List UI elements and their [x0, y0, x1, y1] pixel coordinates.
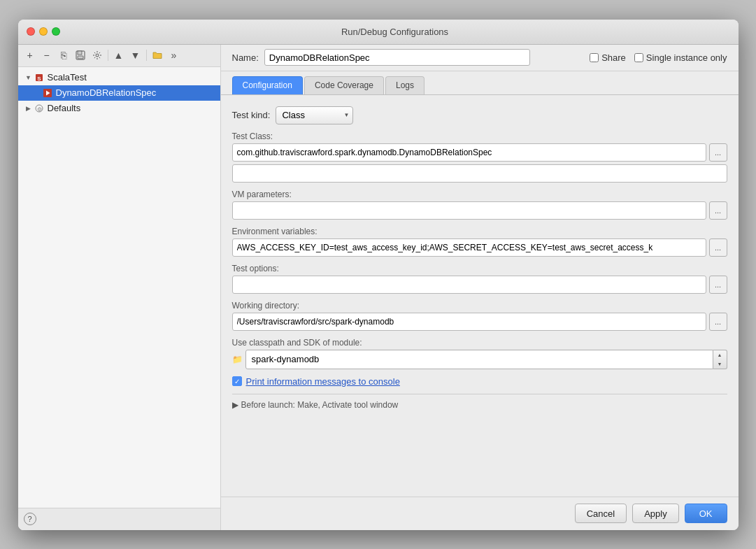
form-area: Test kind: Class Suite Package All in pa…: [221, 95, 739, 497]
titlebar: Run/Debug Configurations: [18, 20, 739, 45]
single-instance-checkbox-label: Single instance only: [634, 52, 727, 63]
test-class-browse-button[interactable]: ...: [709, 143, 727, 162]
sidebar: + − ⎘ ▲ ▼ »: [18, 45, 221, 530]
env-vars-label: Environment variables:: [232, 227, 727, 236]
working-dir-label: Working directory:: [232, 301, 727, 311]
print-checkbox[interactable]: ✓: [232, 376, 242, 386]
sidebar-item-label: Defaults: [48, 103, 81, 113]
sidebar-footer: ?: [18, 508, 220, 530]
before-launch-header[interactable]: ▶ Before launch: Make, Activate tool win…: [232, 400, 727, 410]
name-label: Name:: [232, 52, 259, 63]
move-up-button[interactable]: ▲: [111, 48, 127, 63]
module-row: 📁 ▲ ▼: [232, 350, 727, 369]
defaults-icon: ⚙: [34, 103, 45, 114]
test-kind-select[interactable]: Class Suite Package All in package: [276, 106, 353, 124]
add-button[interactable]: +: [22, 48, 38, 63]
test-class-row: Test Class: ...: [232, 131, 727, 183]
move-down-button[interactable]: ▼: [128, 48, 143, 63]
remove-button[interactable]: −: [39, 48, 55, 63]
test-class-second-input[interactable]: [232, 164, 727, 183]
sidebar-item-dynamodb[interactable]: DynamoDBRelationSpec: [18, 85, 220, 101]
svg-text:⚙: ⚙: [36, 106, 41, 112]
vm-params-input[interactable]: [232, 201, 706, 220]
test-options-browse-button[interactable]: ...: [709, 276, 727, 294]
share-checkbox-label: Share: [590, 52, 626, 63]
tab-configuration[interactable]: Configuration: [232, 76, 303, 94]
more-button[interactable]: »: [166, 48, 182, 63]
test-kind-select-wrapper: Class Suite Package All in package: [276, 106, 353, 124]
single-instance-checkbox[interactable]: [634, 53, 643, 62]
test-class-label: Test Class:: [232, 131, 727, 141]
module-input[interactable]: [245, 350, 713, 369]
toolbar-separator: [108, 50, 108, 61]
test-options-input-row: ...: [232, 276, 727, 294]
test-options-row: Test options: ...: [232, 264, 727, 294]
vm-params-browse-button[interactable]: ...: [709, 201, 727, 220]
svg-rect-1: [78, 51, 82, 55]
name-right: Share Single instance only: [590, 52, 727, 63]
test-options-label: Test options:: [232, 264, 727, 273]
traffic-lights: [27, 27, 60, 36]
before-launch-section: ▶ Before launch: Make, Activate tool win…: [232, 394, 727, 410]
test-kind-row: Test kind: Class Suite Package All in pa…: [232, 106, 727, 124]
config-panel: Name: Share Single instance only Configu…: [221, 45, 739, 530]
working-dir-input[interactable]: [232, 313, 706, 331]
sidebar-item-label: ScalaTest: [48, 72, 87, 83]
print-checkbox-row: ✓ Print information messages to console: [232, 376, 727, 387]
name-input[interactable]: [264, 49, 530, 66]
env-vars-row: Environment variables: ...: [232, 227, 727, 257]
window-title: Run/Debug Configurations: [60, 27, 730, 37]
help-button[interactable]: ?: [24, 513, 36, 525]
env-vars-input-row: ...: [232, 238, 727, 257]
single-instance-label: Single instance only: [646, 52, 727, 63]
env-vars-browse-button[interactable]: ...: [709, 238, 727, 257]
ok-button[interactable]: OK: [685, 504, 727, 523]
expand-arrow-defaults: ▶: [24, 104, 34, 113]
apply-button[interactable]: Apply: [632, 504, 679, 523]
classpath-label: Use classpath and SDK of module:: [232, 338, 727, 348]
working-dir-input-row: ...: [232, 313, 727, 331]
vm-params-label: VM parameters:: [232, 190, 727, 199]
sidebar-item-label: DynamoDBRelationSpec: [56, 87, 157, 98]
env-vars-input[interactable]: [232, 238, 706, 257]
sidebar-item-scalatest-group[interactable]: ▼ S ScalaTest: [18, 70, 220, 85]
maximize-button[interactable]: [52, 27, 60, 36]
tabs-bar: Configuration Code Coverage Logs: [221, 71, 739, 95]
svg-rect-2: [78, 56, 83, 59]
test-options-input[interactable]: [232, 276, 706, 294]
save-button[interactable]: [73, 48, 88, 63]
spinner-down[interactable]: ▼: [713, 359, 727, 369]
bottom-bar: Cancel Apply OK: [221, 497, 739, 530]
settings-button[interactable]: [90, 48, 105, 63]
share-checkbox[interactable]: [590, 53, 599, 62]
working-dir-browse-button[interactable]: ...: [709, 313, 727, 331]
module-folder-icon: 📁: [232, 355, 243, 364]
tab-logs[interactable]: Logs: [385, 76, 425, 94]
cancel-button[interactable]: Cancel: [575, 504, 627, 523]
print-checkbox-label: Print information messages to console: [246, 376, 400, 387]
classpath-row: Use classpath and SDK of module: 📁 ▲ ▼: [232, 338, 727, 369]
toolbar-separator-2: [146, 50, 147, 61]
sidebar-item-defaults[interactable]: ▶ ⚙ Defaults: [18, 101, 220, 116]
copy-button[interactable]: ⎘: [56, 48, 71, 63]
name-bar: Name: Share Single instance only: [221, 45, 739, 71]
test-class-second-row: [232, 164, 727, 183]
share-label: Share: [601, 52, 626, 63]
close-button[interactable]: [27, 27, 35, 36]
expand-arrow: ▼: [24, 73, 34, 83]
module-spinner[interactable]: ▲ ▼: [713, 350, 727, 369]
test-kind-label: Test kind:: [232, 110, 271, 120]
test-class-input-row: ...: [232, 143, 727, 162]
svg-text:S: S: [37, 75, 41, 81]
sidebar-toolbar: + − ⎘ ▲ ▼ »: [18, 45, 220, 67]
folder-button[interactable]: [150, 48, 165, 63]
test-class-input[interactable]: [232, 143, 706, 162]
tab-code-coverage[interactable]: Code Coverage: [304, 76, 384, 94]
minimize-button[interactable]: [39, 27, 48, 36]
vm-params-input-row: ...: [232, 201, 727, 220]
main-content: + − ⎘ ▲ ▼ »: [18, 45, 739, 530]
module-select-wrapper: ▲ ▼: [245, 350, 727, 369]
run-config-icon: [42, 87, 53, 99]
before-launch-arrow: ▶: [232, 400, 238, 410]
spinner-up[interactable]: ▲: [713, 350, 727, 359]
